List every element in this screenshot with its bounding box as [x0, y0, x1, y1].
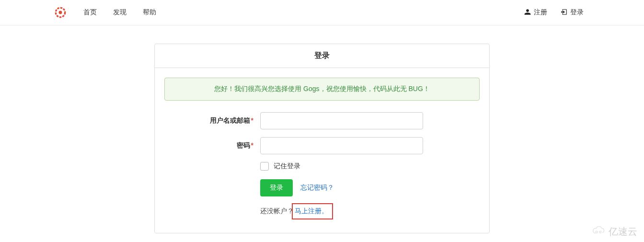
user-icon: [524, 9, 531, 17]
panel-body: 您好！我们很高兴您选择使用 Gogs，祝您使用愉快，代码从此无 BUG！ 用户名…: [155, 68, 489, 233]
nav-login[interactable]: 登录: [554, 0, 590, 25]
remember-checkbox[interactable]: [260, 162, 269, 171]
required-marker: *: [251, 141, 253, 149]
username-row: 用户名或邮箱*: [164, 112, 480, 129]
main-container: 登录 您好！我们很高兴您选择使用 Gogs，祝您使用愉快，代码从此无 BUG！ …: [154, 44, 490, 233]
signup-highlight-box: 马上注册。: [292, 203, 333, 219]
nav-help[interactable]: 帮助: [136, 0, 163, 25]
forgot-password-link[interactable]: 忘记密码？: [300, 184, 334, 192]
nav-home[interactable]: 首页: [77, 0, 104, 25]
username-label-text: 用户名或邮箱: [210, 116, 250, 124]
panel-title: 登录: [155, 44, 489, 68]
required-marker: *: [251, 116, 253, 124]
username-label: 用户名或邮箱*: [164, 116, 260, 125]
password-row: 密码*: [164, 137, 480, 154]
nav-register-label: 注册: [534, 8, 547, 17]
cloud-icon: [591, 226, 606, 233]
nav-explore[interactable]: 发现: [106, 0, 133, 25]
username-input[interactable]: [260, 112, 423, 129]
svg-point-1: [59, 11, 62, 14]
nav-register[interactable]: 注册: [518, 0, 554, 25]
signup-row: 还没帐户？ 马上注册。: [164, 203, 480, 219]
signup-link[interactable]: 马上注册。: [295, 207, 328, 215]
top-navbar: 首页 发现 帮助 注册 登录: [0, 0, 644, 25]
nav-left: 首页 发现 帮助: [54, 0, 163, 25]
watermark-text: 亿速云: [609, 225, 637, 233]
password-input[interactable]: [260, 137, 423, 154]
nav-right: 注册 登录: [518, 0, 590, 25]
remember-label: 记住登录: [274, 162, 300, 171]
password-label: 密码*: [164, 141, 260, 150]
login-panel: 登录 您好！我们很高兴您选择使用 Gogs，祝您使用愉快，代码从此无 BUG！ …: [154, 44, 490, 233]
submit-button[interactable]: 登录: [260, 179, 293, 196]
gogs-logo-icon[interactable]: [54, 6, 67, 19]
actions-row: 登录 忘记密码？: [164, 179, 480, 196]
svg-point-2: [596, 231, 598, 233]
navbar-inner: 首页 发现 帮助 注册 登录: [44, 0, 600, 25]
welcome-alert: 您好！我们很高兴您选择使用 Gogs，祝您使用愉快，代码从此无 BUG！: [164, 78, 480, 101]
no-account-text: 还没帐户？: [260, 207, 294, 216]
svg-point-3: [599, 231, 601, 233]
login-icon: [561, 9, 567, 17]
nav-login-label: 登录: [570, 8, 584, 17]
password-label-text: 密码: [237, 141, 250, 149]
watermark: 亿速云: [591, 225, 637, 233]
remember-row: 记住登录: [164, 162, 480, 171]
